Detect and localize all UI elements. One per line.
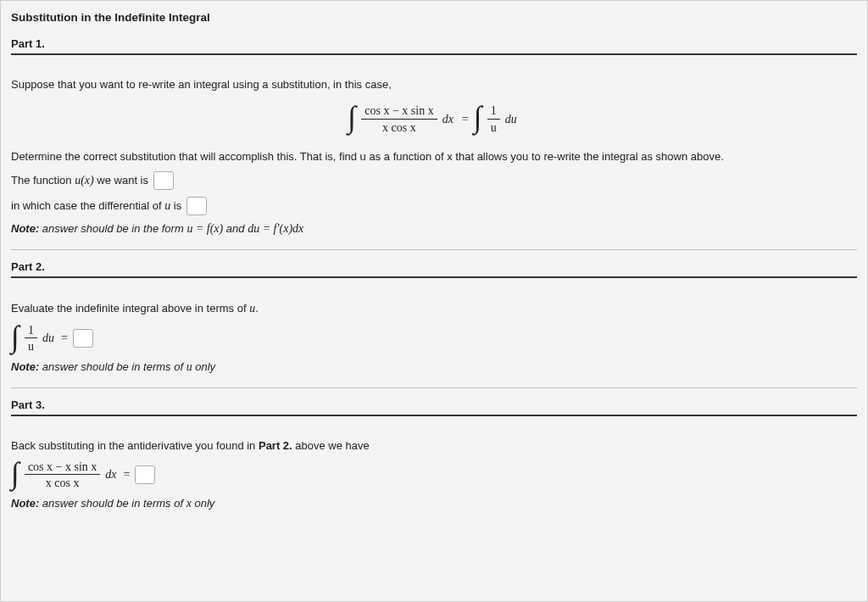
part2-heading: Part 2. bbox=[11, 250, 857, 278]
part1-equation: ∫ cos x − x sin x x cos x dx = ∫ 1 u du bbox=[11, 104, 857, 134]
part3-intro-bold: Part 2. bbox=[259, 439, 292, 452]
part3-note-suffix: only bbox=[192, 497, 214, 510]
part1-heading: Part 1. bbox=[11, 27, 857, 55]
part1-determine: Determine the correct substitution that … bbox=[11, 149, 857, 164]
part3-den: x cos x bbox=[25, 475, 100, 489]
integral-icon: ∫ bbox=[348, 107, 356, 128]
part2-note-suffix: only bbox=[192, 360, 215, 373]
part1-equals: = bbox=[457, 113, 474, 126]
part2-intro-a: Evaluate the indefinite integral above i… bbox=[11, 302, 249, 315]
note-label: Note: bbox=[11, 360, 39, 373]
part3-equation: ∫ cos x − x sin x x cos x dx = bbox=[11, 460, 857, 490]
part1-func-suffix: we want is bbox=[94, 174, 152, 187]
part3-num: cos x − x sin x bbox=[25, 460, 100, 475]
part2-equation: ∫ 1 u du = bbox=[11, 324, 857, 354]
part1-func-prefix: The function bbox=[11, 174, 75, 187]
part1-diff-row: in which case the differential of u is bbox=[11, 197, 857, 215]
part1-ux: u(x) bbox=[75, 174, 94, 187]
part1-note-eq1: u = f(x) bbox=[186, 222, 223, 235]
part1-du: du bbox=[502, 113, 520, 126]
problem-container: Substitution in the Indefinite Integral … bbox=[0, 0, 868, 602]
part1-note-and: and bbox=[223, 222, 248, 235]
part3-note: Note: answer should be in terms of x onl… bbox=[11, 497, 857, 510]
part3-heading: Part 3. bbox=[11, 388, 857, 416]
part3-note-text: answer should be in terms of bbox=[39, 497, 186, 510]
part1-note-eq2: du = f′(x)dx bbox=[248, 222, 303, 235]
part1-diff-suffix: is bbox=[170, 199, 185, 212]
part1-rhs-num: 1 bbox=[487, 104, 500, 119]
part1-lhs: ∫ cos x − x sin x x cos x dx = ∫ 1 u du bbox=[348, 104, 520, 134]
integral-icon: ∫ bbox=[474, 107, 482, 128]
note-label: Note: bbox=[11, 222, 39, 235]
part2-equals: = bbox=[58, 330, 71, 347]
part2-den: u bbox=[25, 338, 37, 353]
part1-du-input[interactable] bbox=[186, 197, 207, 215]
part2-frac: 1 u bbox=[25, 324, 37, 354]
part1-dx: dx bbox=[439, 113, 457, 126]
part2-answer-input[interactable] bbox=[73, 329, 93, 348]
part1-lhs-num: cos x − x sin x bbox=[361, 104, 437, 119]
part2-du: du bbox=[39, 330, 58, 347]
part2-note-u: u bbox=[186, 360, 192, 373]
integral-icon: ∫ bbox=[11, 326, 19, 348]
part2-num: 1 bbox=[25, 324, 37, 338]
part2-note: Note: answer should be in terms of u onl… bbox=[11, 360, 857, 374]
part1-intro: Suppose that you want to re-write an int… bbox=[11, 77, 857, 92]
part1-rhs-frac: 1 u bbox=[487, 104, 500, 134]
note-label: Note: bbox=[11, 497, 39, 510]
part3-intro-a: Back substituting in the antiderivative … bbox=[11, 439, 259, 452]
part1-lhs-frac: cos x − x sin x x cos x bbox=[361, 104, 437, 134]
part3-intro: Back substituting in the antiderivative … bbox=[11, 438, 857, 454]
part2-note-text: answer should be in terms of bbox=[39, 360, 186, 373]
part3-frac: cos x − x sin x x cos x bbox=[25, 460, 100, 490]
part1-lhs-den: x cos x bbox=[361, 120, 437, 134]
part2-content: Evaluate the indefinite integral above i… bbox=[11, 283, 857, 387]
part1-diff-prefix: in which case the differential of bbox=[11, 199, 164, 212]
part1-ux-input[interactable] bbox=[153, 171, 174, 190]
part3-dx: dx bbox=[102, 466, 120, 483]
part1-note: Note: answer should be in the form u = f… bbox=[11, 222, 857, 236]
part2-intro-suffix: . bbox=[255, 302, 259, 315]
part1-content: Suppose that you want to re-write an int… bbox=[11, 60, 857, 250]
part2-intro: Evaluate the indefinite integral above i… bbox=[11, 300, 857, 317]
part3-equals: = bbox=[120, 466, 134, 483]
part3-answer-input[interactable] bbox=[135, 465, 155, 484]
part3-intro-b: above we have bbox=[292, 439, 370, 452]
problem-title: Substitution in the Indefinite Integral bbox=[11, 8, 857, 27]
part1-rhs-den: u bbox=[487, 120, 500, 134]
part1-function-row: The function u(x) we want is bbox=[11, 171, 857, 190]
integral-icon: ∫ bbox=[11, 463, 19, 484]
part3-content: Back substituting in the antiderivative … bbox=[11, 421, 857, 524]
part1-note-text: answer should be in the form bbox=[39, 222, 186, 235]
